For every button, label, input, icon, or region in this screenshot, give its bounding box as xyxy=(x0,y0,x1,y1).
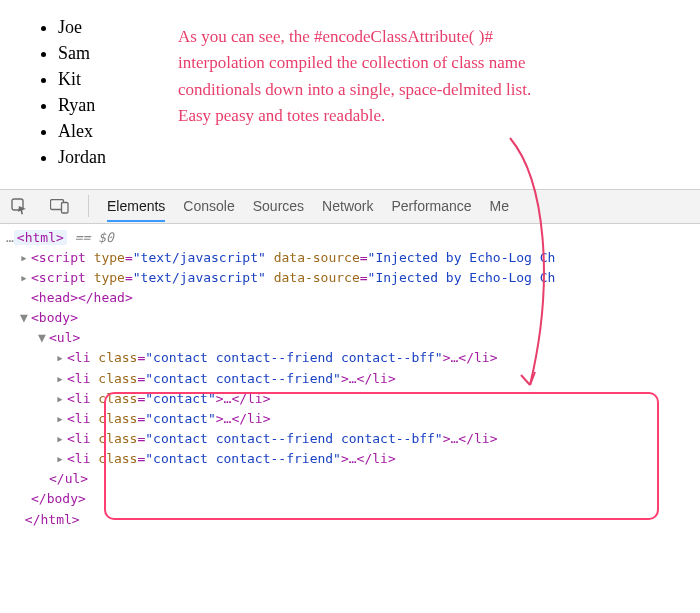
tab-console[interactable]: Console xyxy=(183,190,234,222)
tab-sources[interactable]: Sources xyxy=(253,190,304,222)
dom-li-row[interactable]: ▸<li class="contact contact--friend cont… xyxy=(6,348,700,368)
dom-li-row[interactable]: ▸<li class="contact contact--friend">…</… xyxy=(6,449,700,469)
inspect-icon[interactable] xyxy=(8,195,30,217)
dom-tree[interactable]: …<html> == $0 ▸<script type="text/javasc… xyxy=(0,224,700,540)
disclosure-triangle-icon[interactable]: ▼ xyxy=(38,328,49,348)
tab-elements[interactable]: Elements xyxy=(107,190,165,222)
devtools-panel: Elements Console Sources Network Perform… xyxy=(0,189,700,540)
disclosure-triangle-icon[interactable]: ▸ xyxy=(20,268,31,288)
disclosure-triangle-icon[interactable]: ▸ xyxy=(20,248,31,268)
tab-more[interactable]: Me xyxy=(490,190,509,222)
svg-rect-2 xyxy=(61,202,68,213)
device-icon[interactable] xyxy=(48,195,70,217)
dom-li-row[interactable]: ▸<li class="contact">…</li> xyxy=(6,389,700,409)
tab-network[interactable]: Network xyxy=(322,190,373,222)
dom-li-row[interactable]: ▸<li class="contact contact--friend">…</… xyxy=(6,369,700,389)
devtools-tabs: Elements Console Sources Network Perform… xyxy=(0,190,700,224)
disclosure-triangle-icon[interactable]: ▼ xyxy=(20,308,31,328)
dom-li-row[interactable]: ▸<li class="contact contact--friend cont… xyxy=(6,429,700,449)
list-item: Jordan xyxy=(58,144,700,170)
dom-li-row[interactable]: ▸<li class="contact">…</li> xyxy=(6,409,700,429)
tab-performance[interactable]: Performance xyxy=(391,190,471,222)
handwritten-annotation: As you can see, the #encodeClassAttribut… xyxy=(178,24,618,129)
divider xyxy=(88,195,89,217)
